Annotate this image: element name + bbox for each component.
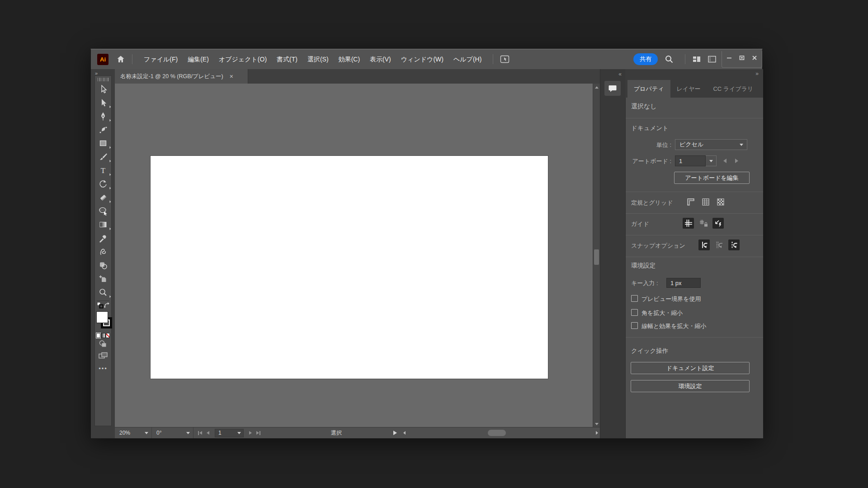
rotate-tool-icon (99, 179, 108, 188)
edit-artboards-button[interactable]: アートボードを編集 (674, 172, 750, 184)
tab-layers[interactable]: レイヤー (670, 80, 707, 98)
document-tab-close-icon[interactable]: × (230, 73, 233, 80)
prev-artboard-button[interactable] (207, 431, 209, 435)
toolbar-grip-handle[interactable] (98, 78, 108, 81)
menu-select[interactable]: 選択(S) (302, 49, 334, 69)
color-button[interactable] (96, 333, 100, 338)
minimize-button[interactable] (723, 51, 736, 65)
dock-collapse-chevrons[interactable]: » (755, 70, 759, 77)
default-fill-stroke-icon[interactable] (97, 302, 104, 310)
illustrator-app-icon[interactable]: Ai (97, 54, 108, 65)
pen-tool[interactable] (95, 109, 111, 123)
use-preview-bounds-checkbox[interactable] (631, 295, 638, 302)
artboard-tool-icon (99, 274, 108, 283)
artboard-select-value[interactable]: 1 (675, 155, 706, 166)
menu-edit[interactable]: 編集(E) (183, 49, 214, 69)
tool-flyout-indicator (107, 159, 111, 162)
zoom-tool[interactable] (95, 286, 111, 299)
maximize-button[interactable] (736, 51, 748, 65)
gradient-tool[interactable] (95, 218, 111, 231)
artboard-number-select[interactable]: 1 (215, 429, 244, 437)
shape-builder-tool[interactable] (95, 204, 111, 218)
hscroll-left-arrow[interactable] (403, 431, 406, 435)
share-button[interactable]: 共有 (633, 53, 658, 65)
none-button[interactable] (106, 333, 110, 338)
paintbrush-tool[interactable] (95, 150, 111, 164)
swap-fill-stroke-icon[interactable] (104, 302, 110, 310)
menu-effect[interactable]: 効果(C) (334, 49, 365, 69)
hscroll-right-arrow[interactable] (596, 431, 598, 435)
artboard[interactable] (151, 156, 548, 379)
home-icon[interactable] (116, 54, 126, 64)
vertical-scrollbar-thumb[interactable] (594, 249, 599, 265)
screen-mode-button[interactable] (95, 350, 111, 361)
scale-corners-checkbox[interactable] (631, 309, 638, 316)
menu-view[interactable]: 表示(V) (365, 49, 396, 69)
keyboard-increment-label: キー入力 : (631, 279, 665, 287)
close-icon (751, 54, 758, 61)
scroll-up-arrow[interactable] (595, 86, 599, 89)
prev-artboard-arrow[interactable] (723, 159, 726, 163)
scale-corners-row[interactable]: 角を拡大・縮小 (631, 309, 683, 317)
snap-to-grid-toggle[interactable] (713, 239, 725, 250)
artboard-select-chevron[interactable] (706, 155, 717, 166)
toolbar-overflow-button[interactable]: ••• (95, 365, 111, 372)
drawing-mode-button[interactable] (95, 338, 111, 350)
scale-strokes-effects-checkbox[interactable] (631, 322, 638, 329)
canvas-pasteboard[interactable] (115, 84, 593, 428)
scroll-down-arrow[interactable] (595, 423, 599, 425)
snap-to-pixel-toggle[interactable] (728, 239, 740, 250)
close-button[interactable] (748, 51, 761, 65)
rectangle-tool[interactable] (95, 136, 111, 150)
hscroll-thumb[interactable] (488, 430, 506, 436)
artboard-tool[interactable] (95, 272, 111, 286)
menu-file[interactable]: ファイル(F) (139, 49, 183, 69)
type-tool[interactable]: T (95, 164, 111, 177)
first-artboard-button[interactable] (198, 431, 202, 435)
lock-guides-toggle[interactable] (698, 218, 709, 229)
hscroll-track[interactable] (410, 429, 593, 437)
use-preview-bounds-row[interactable]: プレビュー境界を使用 (631, 295, 701, 303)
unit-select[interactable]: ピクセル (675, 139, 747, 150)
rotate-tool[interactable] (95, 177, 111, 191)
keyboard-increment-input[interactable]: 1 px (666, 278, 701, 288)
status-flyout-arrow[interactable] (393, 431, 397, 435)
pixel-grid-toggle[interactable] (715, 197, 726, 207)
last-artboard-button[interactable] (256, 431, 260, 435)
zoom-level-select[interactable]: 20% (115, 427, 152, 438)
workspace-switcher-icon[interactable] (692, 54, 702, 64)
next-artboard-arrow[interactable] (735, 159, 738, 163)
comments-panel-button[interactable] (604, 81, 621, 96)
menu-help[interactable]: ヘルプ(H) (448, 49, 486, 69)
preferences-button[interactable]: 環境設定 (631, 380, 750, 392)
fill-swatch[interactable] (96, 311, 108, 323)
scale-strokes-effects-row[interactable]: 線幅と効果を拡大・縮小 (631, 322, 707, 330)
direct-selection-tool[interactable] (95, 96, 111, 109)
document-setup-button[interactable]: ドキュメント設定 (631, 362, 750, 374)
eraser-tool[interactable] (95, 191, 111, 204)
vertical-scrollbar[interactable] (593, 84, 600, 428)
gradient-button[interactable] (101, 333, 105, 338)
menu-window[interactable]: ウィンドウ(W) (396, 49, 448, 69)
menu-type[interactable]: 書式(T) (272, 49, 302, 69)
tab-properties[interactable]: プロパティ (627, 80, 670, 98)
smart-guides-toggle[interactable] (712, 218, 724, 229)
shapes-tool[interactable] (95, 258, 111, 272)
document-tab[interactable]: 名称未設定-1 @ 20 % (RGB/プレビュー) × (115, 69, 248, 84)
selection-tool[interactable] (95, 82, 111, 96)
panel-layout-icon[interactable] (707, 54, 717, 64)
snap-to-point-toggle[interactable] (698, 239, 710, 250)
touch-workspace-icon[interactable] (500, 54, 509, 64)
rotation-select[interactable]: 0° (152, 427, 193, 438)
menu-object[interactable]: オブジェクト(O) (214, 49, 272, 69)
curvature-tool[interactable] (95, 123, 111, 136)
tab-cc-libraries[interactable]: CC ライブラリ (707, 80, 760, 98)
blend-tool[interactable] (95, 245, 111, 258)
grid-toggle[interactable] (700, 197, 711, 207)
ruler-toggle[interactable] (685, 197, 696, 207)
next-artboard-button[interactable] (249, 431, 252, 435)
comments-dock-collapse-chevrons[interactable]: « (618, 71, 622, 77)
guides-toggle[interactable] (683, 218, 694, 229)
eyedropper-tool[interactable] (95, 231, 111, 245)
search-icon[interactable] (664, 54, 674, 64)
